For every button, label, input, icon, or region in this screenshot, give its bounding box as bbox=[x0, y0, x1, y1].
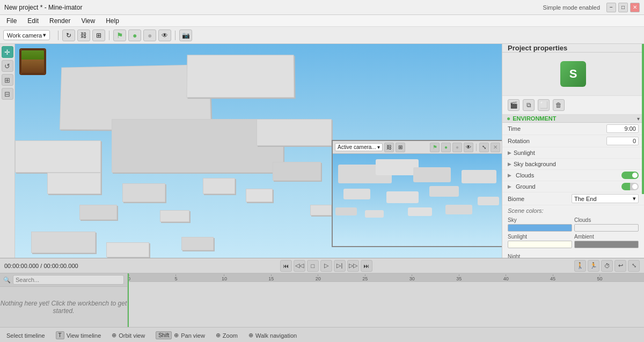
camera-select[interactable]: Work camera ▾ bbox=[3, 30, 50, 40]
mc-block-16 bbox=[181, 237, 214, 250]
toolbar-grid-btn[interactable]: ⊞ bbox=[92, 29, 105, 41]
toolbar-cam-btn[interactable]: 📷 bbox=[179, 29, 192, 41]
last-frame-button[interactable]: ⏭ bbox=[361, 260, 372, 272]
walk-icon: 🚶 bbox=[576, 262, 584, 269]
menu-help[interactable]: Help bbox=[101, 16, 123, 26]
view-timeline-label: View timeline bbox=[67, 332, 101, 339]
title-bar: New project * - Mine-imator Simple mode … bbox=[0, 0, 644, 15]
menu-file[interactable]: File bbox=[2, 16, 21, 26]
chevron-down-icon: ▾ bbox=[43, 32, 46, 39]
timeline-search-input[interactable] bbox=[13, 275, 124, 285]
clouds-color-swatch[interactable] bbox=[574, 224, 639, 232]
link-icon: ⛓ bbox=[80, 32, 87, 39]
prev-frame-button[interactable]: ◁◁ bbox=[294, 260, 305, 272]
ground-toggle[interactable] bbox=[621, 183, 639, 190]
ambient-color-swatch[interactable] bbox=[574, 241, 639, 248]
time-value[interactable]: 9:00 bbox=[606, 124, 639, 133]
toolbar-link-btn[interactable]: ⛓ bbox=[77, 29, 90, 41]
mc-block-4 bbox=[15, 140, 101, 173]
walk-icon-btn[interactable]: 🚶 bbox=[574, 260, 586, 272]
proj-icon-2[interactable]: ⧉ bbox=[523, 99, 535, 111]
loop-btn[interactable]: ↩ bbox=[614, 260, 626, 272]
sub-flag-btn[interactable]: ⚑ bbox=[430, 143, 440, 152]
project-logo: S bbox=[560, 61, 586, 87]
toolbar-circle-btn[interactable]: ● bbox=[128, 29, 141, 41]
mc-block-8 bbox=[203, 178, 235, 194]
sky-color-label: Sky bbox=[508, 217, 572, 223]
sunlight-expand[interactable]: ▶ Sunlight bbox=[502, 147, 644, 159]
sunlight-color-swatch[interactable] bbox=[508, 241, 572, 248]
biome-select[interactable]: The End ▾ bbox=[572, 194, 639, 203]
rotate-tool-btn[interactable]: ↺ bbox=[2, 60, 13, 72]
proj-icon-trash: 🗑 bbox=[555, 101, 562, 109]
proj-icon-1[interactable]: 🎬 bbox=[508, 99, 519, 111]
proj-icon-3[interactable]: ⬜ bbox=[538, 99, 550, 111]
orbit-view-item: ⊕ Orbit view bbox=[112, 332, 145, 339]
sky-background-expand[interactable]: ▶ Sky background bbox=[502, 159, 644, 170]
environment-section-header[interactable]: ● ENVIRONMENT ▾ bbox=[502, 115, 644, 123]
clouds-toggle[interactable] bbox=[621, 172, 639, 179]
run-icon: 🏃 bbox=[590, 262, 597, 269]
close-button[interactable]: ✕ bbox=[630, 3, 640, 12]
mc-block-5 bbox=[257, 119, 332, 146]
sky-color-swatch[interactable] bbox=[508, 224, 572, 232]
add-tool-btn[interactable]: ⊞ bbox=[2, 74, 13, 86]
toolbar-green1-btn[interactable]: ⚑ bbox=[113, 29, 126, 41]
sunlight-label: Sunlight bbox=[514, 150, 535, 156]
loop-icon: ↩ bbox=[618, 262, 623, 269]
playhead[interactable] bbox=[128, 273, 129, 327]
toolbar-rotate-btn[interactable]: ↻ bbox=[62, 29, 75, 41]
env-collapse-icon: ▾ bbox=[637, 116, 640, 122]
expand-btn[interactable]: ⤡ bbox=[628, 260, 640, 272]
sub-cloud-12 bbox=[478, 197, 499, 205]
left-toolbar: ✛ ↺ ⊞ ⊟ bbox=[0, 44, 15, 258]
menu-edit[interactable]: Edit bbox=[23, 16, 43, 26]
active-camera-select[interactable]: Active camera... ▾ bbox=[335, 143, 383, 151]
walk-nav-icon: ⊕ bbox=[248, 332, 253, 339]
select-tool-btn[interactable]: ✛ bbox=[2, 46, 13, 58]
minimize-button[interactable]: − bbox=[606, 3, 616, 12]
clock-btn[interactable]: ⏱ bbox=[601, 260, 613, 272]
sub-circle2-btn[interactable]: ● bbox=[452, 143, 462, 152]
play-button[interactable]: ▷ bbox=[320, 260, 332, 272]
timeline-search-bar: 🔍 bbox=[0, 273, 127, 287]
clouds-label: Clouds bbox=[516, 172, 619, 179]
remove-tool-btn[interactable]: ⊟ bbox=[2, 88, 13, 100]
sub-camera-toolbar: Active camera... ▾ ⛓ ⊞ ⚑ ● ● 👁 ⤡ ✕ bbox=[333, 141, 502, 154]
active-camera-label: Active camera... bbox=[338, 144, 376, 150]
sub-cloud-5 bbox=[386, 191, 419, 203]
green-accent-bar bbox=[642, 44, 644, 194]
sub-close-btn[interactable]: ✕ bbox=[491, 143, 500, 152]
rotation-value[interactable]: 0 bbox=[606, 137, 639, 145]
next-keyframe-button[interactable]: ▷| bbox=[334, 260, 346, 272]
menu-render[interactable]: Render bbox=[45, 16, 75, 26]
sunlight-color-label2: Sunlight bbox=[508, 234, 572, 240]
app-title: New project * - Mine-imator bbox=[4, 4, 82, 11]
menu-view[interactable]: View bbox=[77, 16, 99, 26]
sub-eye-btn[interactable]: 👁 bbox=[464, 143, 473, 152]
timeline-ruler: 0510152025303540455055 bbox=[128, 273, 644, 282]
sub-grid-icon: ⊞ bbox=[398, 144, 402, 150]
main-viewport[interactable]: Active camera... ▾ ⛓ ⊞ ⚑ ● ● 👁 ⤡ ✕ bbox=[15, 44, 502, 258]
sky-bg-arrow-icon: ▶ bbox=[508, 161, 511, 167]
sub-circle-btn[interactable]: ● bbox=[441, 143, 451, 152]
toolbar-circle2-btn[interactable]: ● bbox=[143, 29, 156, 41]
sub-link-btn[interactable]: ⛓ bbox=[384, 143, 394, 152]
sub-expand-btn[interactable]: ⤡ bbox=[479, 143, 489, 152]
rewind-button[interactable]: ⏮ bbox=[280, 260, 292, 272]
run-icon-btn[interactable]: 🏃 bbox=[588, 260, 599, 272]
ruler-mark-35: 35 bbox=[456, 273, 462, 281]
grid-icon: ⊞ bbox=[96, 32, 101, 39]
proj-icon-4[interactable]: 🗑 bbox=[553, 99, 565, 111]
scene-colors-header: Scene colors: bbox=[502, 205, 644, 215]
sub-grid-btn[interactable]: ⊞ bbox=[396, 143, 405, 152]
view-timeline-item: T View timeline bbox=[56, 331, 101, 339]
toolbar-eye-btn[interactable]: 👁 bbox=[158, 29, 171, 41]
stop-button[interactable]: □ bbox=[307, 260, 319, 272]
biome-chevron-icon: ▾ bbox=[633, 195, 636, 202]
orbit-icon-status: ⊕ bbox=[112, 332, 116, 339]
maximize-button[interactable]: □ bbox=[618, 3, 628, 12]
sunlight-color-item: Sunlight bbox=[508, 234, 572, 248]
toolbar-sep2 bbox=[109, 31, 109, 40]
next-frame-button[interactable]: ▷▷ bbox=[347, 260, 359, 272]
